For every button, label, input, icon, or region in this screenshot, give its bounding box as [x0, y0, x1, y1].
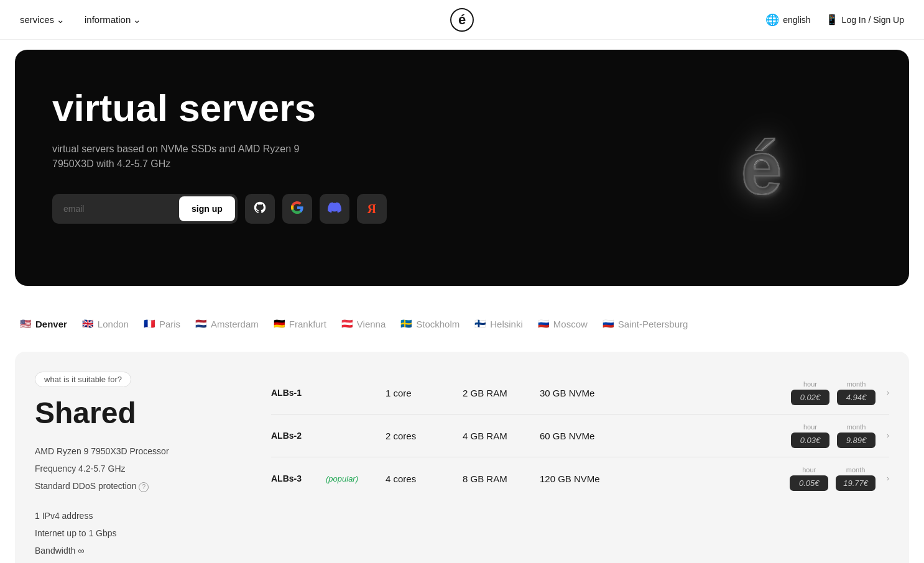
- location-name: Vienna: [357, 319, 386, 329]
- services-chevron-icon: ⌄: [57, 14, 65, 25]
- github-button[interactable]: [245, 194, 275, 224]
- yandex-icon: Я: [367, 202, 376, 216]
- flag-icon: 🇷🇺: [603, 318, 614, 329]
- location-item-moscow[interactable]: 🇷🇺Moscow: [538, 316, 588, 332]
- price-month-col: month 9.89€: [837, 423, 875, 448]
- location-item-paris[interactable]: 🇫🇷Paris: [144, 316, 180, 332]
- month-label: month: [847, 423, 866, 431]
- navbar-right: 🌐 english 📱 Log In / Sign Up: [765, 13, 904, 27]
- hero-actions: sign up Я: [52, 194, 394, 224]
- information-menu[interactable]: information ⌄: [85, 14, 141, 25]
- flag-icon: 🇫🇮: [474, 318, 486, 329]
- price-month-value: 4.94€: [837, 390, 875, 405]
- language-selector[interactable]: 🌐 english: [765, 13, 810, 27]
- plan-ram: 2 GB RAM: [463, 388, 525, 398]
- discord-button[interactable]: [320, 194, 349, 224]
- navbar-center: é: [450, 8, 474, 32]
- phone-icon: 📱: [826, 14, 838, 25]
- row-chevron-icon: ›: [887, 431, 889, 440]
- location-item-vienna[interactable]: 🇦🇹Vienna: [341, 316, 386, 332]
- location-item-frankfurt[interactable]: 🇩🇪Frankfurt: [274, 316, 326, 332]
- price-hour-col: hour 0.03€: [791, 423, 829, 448]
- google-icon: [290, 201, 304, 217]
- spec-line-2: Standard DDoS protection ?: [35, 477, 246, 495]
- row-chevron-icon: ›: [887, 474, 889, 483]
- price-hour-value: 0.02€: [791, 390, 829, 405]
- location-name: Paris: [159, 319, 180, 329]
- plan-popular-badge: (popular): [326, 474, 358, 483]
- hero-decoration: é: [660, 75, 859, 261]
- location-name: Moscow: [553, 319, 588, 329]
- location-name: Stockholm: [416, 319, 460, 329]
- flag-icon: 🇺🇸: [20, 318, 32, 329]
- discord-icon: [328, 201, 341, 217]
- location-name: London: [98, 319, 129, 329]
- hour-label: hour: [802, 466, 816, 474]
- location-item-amsterdam[interactable]: 🇳🇱Amsterdam: [195, 316, 259, 332]
- plan-name: ALBs-2: [271, 431, 321, 441]
- month-label: month: [846, 466, 866, 474]
- navbar: services ⌄ information ⌄ é 🌐 english 📱 L…: [0, 0, 924, 40]
- price-month-value: 19.77€: [836, 475, 875, 491]
- location-item-london[interactable]: 🇬🇧London: [82, 316, 129, 332]
- plans-right: ALBs-1 1 core 2 GB RAM 30 GB NVMe hour 0…: [271, 372, 889, 559]
- flag-icon: 🇷🇺: [538, 318, 550, 329]
- logo-char: é: [458, 12, 466, 28]
- plan-cores: 1 core: [386, 388, 448, 398]
- login-button[interactable]: 📱 Log In / Sign Up: [826, 14, 904, 25]
- hero-subtitle: virtual servers based on NVMe SSDs and A…: [52, 142, 394, 172]
- ddos-info-icon[interactable]: ?: [139, 482, 149, 492]
- price-hour-value: 0.05€: [790, 475, 828, 491]
- location-name: Denver: [35, 319, 67, 329]
- email-input[interactable]: [52, 196, 177, 221]
- signup-button[interactable]: sign up: [179, 196, 235, 221]
- email-input-wrap: sign up: [52, 194, 238, 224]
- plan-pricing: hour 0.02€ month 4.94€ ›: [791, 380, 889, 405]
- location-name: Amsterdam: [211, 319, 259, 329]
- month-label: month: [847, 380, 866, 388]
- hero-title: virtual servers: [52, 87, 394, 129]
- location-item-denver[interactable]: 🇺🇸Denver: [20, 316, 67, 332]
- location-name: Frankfurt: [289, 319, 326, 329]
- hero-3d-text: é: [741, 135, 779, 199]
- navbar-left: services ⌄ information ⌄: [20, 14, 141, 25]
- network-line-2: Bandwidth ∞: [35, 542, 246, 559]
- plan-cores: 2 cores: [386, 431, 448, 441]
- yandex-button[interactable]: Я: [357, 194, 387, 224]
- services-label: services: [20, 14, 54, 25]
- spec-line-1: Frequency 4.2-5.7 GHz: [35, 460, 246, 477]
- plan-row-ALBs-1[interactable]: ALBs-1 1 core 2 GB RAM 30 GB NVMe hour 0…: [271, 372, 889, 414]
- location-item-stockholm[interactable]: 🇸🇪Stockholm: [400, 316, 460, 332]
- location-item-helsinki[interactable]: 🇫🇮Helsinki: [474, 316, 523, 332]
- plan-ram: 8 GB RAM: [463, 474, 525, 484]
- plan-row-ALBs-2[interactable]: ALBs-2 2 cores 4 GB RAM 60 GB NVMe hour …: [271, 414, 889, 457]
- flag-icon: 🇬🇧: [82, 318, 94, 329]
- logo-badge[interactable]: é: [450, 8, 474, 32]
- github-icon: [253, 201, 267, 217]
- plan-specs-inline: 1 core 2 GB RAM 30 GB NVMe: [386, 388, 791, 398]
- plan-storage: 60 GB NVMe: [540, 431, 602, 441]
- main-content: what is it suitable for? Shared AMD Ryze…: [0, 342, 924, 563]
- price-month-value: 9.89€: [837, 433, 875, 448]
- locations-bar: 🇺🇸Denver🇬🇧London🇫🇷Paris🇳🇱Amsterdam🇩🇪Fran…: [0, 296, 924, 342]
- plan-row-ALBs-3[interactable]: ALBs-3 (popular) 4 cores 8 GB RAM 120 GB…: [271, 457, 889, 500]
- hour-label: hour: [803, 380, 817, 388]
- google-button[interactable]: [282, 194, 312, 224]
- plan-pricing: hour 0.05€ month 19.77€ ›: [790, 466, 889, 491]
- flag-icon: 🇦🇹: [341, 318, 353, 329]
- flag-icon: 🇳🇱: [195, 318, 207, 329]
- price-month-col: month 19.77€: [836, 466, 875, 491]
- plan-specs-inline: 2 cores 4 GB RAM 60 GB NVMe: [386, 431, 791, 441]
- location-name: Saint-Petersburg: [618, 319, 688, 329]
- spec-line-0: AMD Ryzen 9 7950X3D Processor: [35, 442, 246, 460]
- globe-icon: 🌐: [765, 13, 779, 27]
- location-item-spb[interactable]: 🇷🇺Saint-Petersburg: [603, 316, 688, 332]
- hour-label: hour: [803, 423, 817, 431]
- plans-section: what is it suitable for? Shared AMD Ryze…: [15, 352, 909, 563]
- services-menu[interactable]: services ⌄: [20, 14, 65, 25]
- price-month-col: month 4.94€: [837, 380, 875, 405]
- plan-pricing: hour 0.03€ month 9.89€ ›: [791, 423, 889, 448]
- hero-content: virtual servers virtual servers based on…: [52, 87, 394, 224]
- plan-name: ALBs-3: [271, 474, 321, 483]
- price-hour-col: hour 0.02€: [791, 380, 829, 405]
